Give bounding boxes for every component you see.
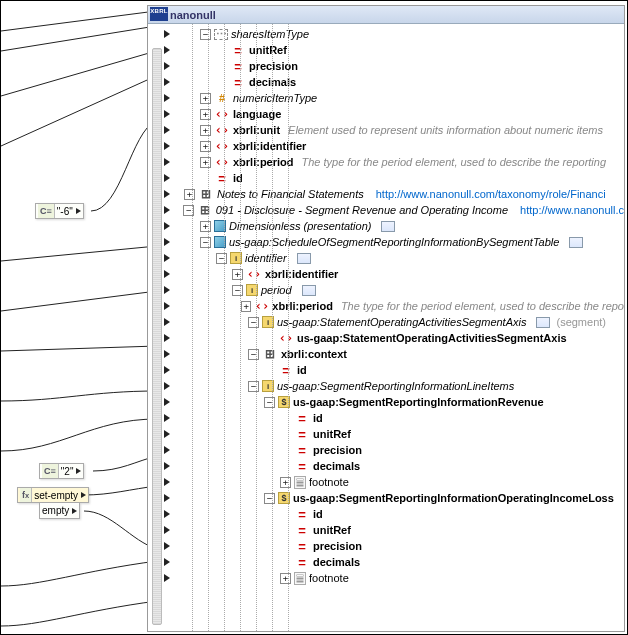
- input-port-icon[interactable]: [164, 190, 170, 198]
- tree-row[interactable]: =unitRef: [148, 42, 624, 58]
- collapse-toggle[interactable]: −: [248, 349, 259, 360]
- input-port-icon[interactable]: [164, 574, 170, 582]
- input-port-icon[interactable]: [164, 430, 170, 438]
- input-port-icon[interactable]: [164, 46, 170, 54]
- input-port-icon[interactable]: [164, 158, 170, 166]
- function-set-empty[interactable]: fx set-empty: [17, 487, 89, 503]
- tree-row[interactable]: =id: [148, 170, 624, 186]
- collapse-toggle[interactable]: −: [248, 317, 259, 328]
- tree-row[interactable]: +Dimensionless (presentation): [148, 218, 624, 234]
- expand-toggle[interactable]: +: [200, 221, 211, 232]
- tree-row[interactable]: =decimals: [148, 74, 624, 90]
- tree-row[interactable]: =unitRef: [148, 522, 624, 538]
- detail-icon[interactable]: [569, 237, 583, 248]
- tree-row[interactable]: −$us-gaap:SegmentReportingInformationOpe…: [148, 490, 624, 506]
- tree-row[interactable]: =precision: [148, 58, 624, 74]
- expand-toggle[interactable]: +: [241, 301, 251, 312]
- tree-row[interactable]: =unitRef: [148, 426, 624, 442]
- tree-row[interactable]: =decimals: [148, 458, 624, 474]
- expand-toggle[interactable]: +: [200, 141, 211, 152]
- input-port-icon[interactable]: [164, 254, 170, 262]
- input-port-icon[interactable]: [164, 142, 170, 150]
- expand-toggle[interactable]: +: [200, 157, 211, 168]
- input-port-icon[interactable]: [164, 270, 170, 278]
- tree-row[interactable]: −ius-gaap:StatementOperatingActivitiesSe…: [148, 314, 624, 330]
- input-port-icon[interactable]: [164, 350, 170, 358]
- expand-toggle[interactable]: +: [232, 269, 243, 280]
- input-port-icon[interactable]: [164, 222, 170, 230]
- tree-row[interactable]: +#numericItemType: [148, 90, 624, 106]
- tree-row[interactable]: −⊞xbrli:context: [148, 346, 624, 362]
- collapse-toggle[interactable]: −: [200, 237, 211, 248]
- tree-row[interactable]: =precision: [148, 442, 624, 458]
- expand-toggle[interactable]: +: [280, 573, 291, 584]
- collapse-toggle[interactable]: −: [216, 253, 227, 264]
- tree-row[interactable]: +‹›xbrli:periodThe type for the period e…: [148, 154, 624, 170]
- tree-row[interactable]: =precision: [148, 538, 624, 554]
- tree-row[interactable]: ‹›us-gaap:StatementOperatingActivitiesSe…: [148, 330, 624, 346]
- tree-row[interactable]: −us-gaap:ScheduleOfSegmentReportingInfor…: [148, 234, 624, 250]
- input-port-icon[interactable]: [164, 542, 170, 550]
- input-port-icon[interactable]: [164, 318, 170, 326]
- input-port-icon[interactable]: [164, 334, 170, 342]
- output-triangle[interactable]: [76, 208, 81, 214]
- input-port-icon[interactable]: [164, 110, 170, 118]
- detail-icon[interactable]: [297, 253, 311, 264]
- tree-row[interactable]: =decimals: [148, 554, 624, 570]
- panel-title-bar[interactable]: XBRL nanonull: [148, 6, 624, 24]
- tree-row[interactable]: −⊞091 - Disclosure - Segment Revenue and…: [148, 202, 624, 218]
- detail-icon[interactable]: [302, 285, 316, 296]
- input-port-icon[interactable]: [164, 286, 170, 294]
- tree-row[interactable]: +‹›xbrli:periodThe type for the period e…: [148, 298, 624, 314]
- output-triangle[interactable]: [81, 492, 86, 498]
- expand-toggle[interactable]: +: [280, 477, 291, 488]
- function-empty-output[interactable]: empty: [39, 503, 80, 519]
- output-triangle[interactable]: [76, 468, 81, 474]
- input-port-icon[interactable]: [164, 206, 170, 214]
- input-port-icon[interactable]: [164, 126, 170, 134]
- tree-row[interactable]: +⊞Notes to Financial Statementshttp://ww…: [148, 186, 624, 202]
- tree-row[interactable]: =id: [148, 506, 624, 522]
- tree-row[interactable]: +footnote: [148, 474, 624, 490]
- tree-row[interactable]: +‹›xbrli:unitElement used to represent u…: [148, 122, 624, 138]
- constant-node-2[interactable]: C≡ "2": [39, 463, 84, 479]
- input-port-icon[interactable]: [164, 478, 170, 486]
- expand-toggle[interactable]: +: [184, 189, 195, 200]
- expand-toggle[interactable]: +: [200, 109, 211, 120]
- tree-row[interactable]: +footnote: [148, 570, 624, 586]
- tree-row[interactable]: −iperiod: [148, 282, 624, 298]
- input-port-icon[interactable]: [164, 238, 170, 246]
- output-triangle[interactable]: [72, 508, 77, 514]
- input-port-icon[interactable]: [164, 94, 170, 102]
- tree-row[interactable]: −⋯sharesItemType: [148, 26, 624, 42]
- tree-row[interactable]: +‹›language: [148, 106, 624, 122]
- tree-row[interactable]: −$us-gaap:SegmentReportingInformationRev…: [148, 394, 624, 410]
- tree-row[interactable]: −iidentifier: [148, 250, 624, 266]
- input-port-icon[interactable]: [164, 446, 170, 454]
- input-port-icon[interactable]: [164, 302, 170, 310]
- expand-toggle[interactable]: +: [200, 125, 211, 136]
- collapse-toggle[interactable]: −: [248, 381, 259, 392]
- input-port-icon[interactable]: [164, 78, 170, 86]
- constant-node-neg6[interactable]: C≡ "-6": [35, 203, 84, 219]
- tree-row[interactable]: =id: [148, 362, 624, 378]
- input-port-icon[interactable]: [164, 510, 170, 518]
- tree-row[interactable]: −ius-gaap:SegmentReportingInformationLin…: [148, 378, 624, 394]
- detail-icon[interactable]: [536, 317, 550, 328]
- collapse-toggle[interactable]: −: [264, 397, 275, 408]
- input-port-icon[interactable]: [164, 30, 170, 38]
- tree-row[interactable]: +‹›xbrli:identifier: [148, 138, 624, 154]
- input-port-icon[interactable]: [164, 174, 170, 182]
- input-port-icon[interactable]: [164, 558, 170, 566]
- collapse-toggle[interactable]: −: [232, 285, 243, 296]
- input-port-icon[interactable]: [164, 526, 170, 534]
- input-port-icon[interactable]: [164, 462, 170, 470]
- input-port-icon[interactable]: [164, 382, 170, 390]
- input-port-icon[interactable]: [164, 494, 170, 502]
- input-port-icon[interactable]: [164, 398, 170, 406]
- expand-toggle[interactable]: +: [200, 93, 211, 104]
- collapse-toggle[interactable]: −: [200, 29, 211, 40]
- collapse-toggle[interactable]: −: [264, 493, 275, 504]
- tree-row[interactable]: +‹›xbrli:identifier: [148, 266, 624, 282]
- detail-icon[interactable]: [381, 221, 395, 232]
